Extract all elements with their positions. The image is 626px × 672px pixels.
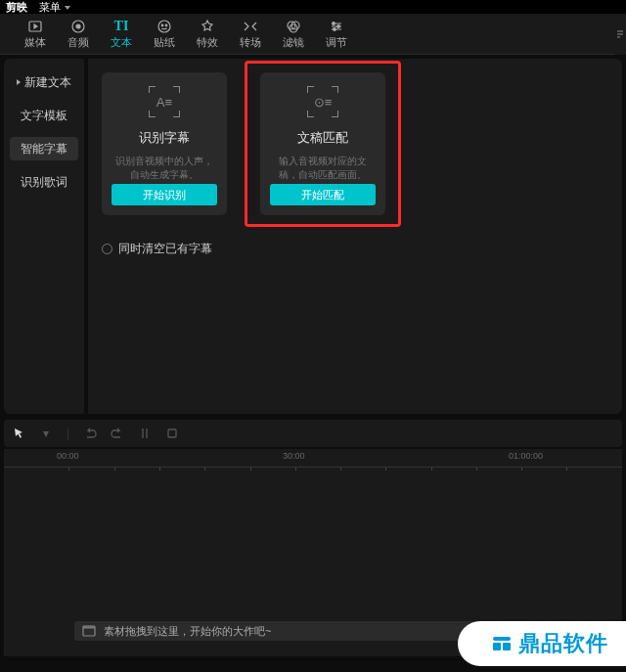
sidebar-item-text-template[interactable]: 文字模板 bbox=[10, 104, 78, 127]
clear-subtitle-option[interactable]: 同时清空已有字幕 bbox=[102, 241, 608, 257]
svg-point-2 bbox=[76, 24, 80, 28]
svg-point-10 bbox=[337, 24, 340, 27]
card-title: 文稿匹配 bbox=[297, 129, 348, 147]
radio-icon bbox=[102, 244, 112, 254]
icon-text: A≡ bbox=[156, 95, 172, 110]
nav-label: 文本 bbox=[111, 35, 132, 50]
sidebar-item-label: 新建文本 bbox=[24, 74, 71, 91]
nav-label: 音频 bbox=[67, 35, 89, 50]
svg-point-9 bbox=[333, 22, 335, 24]
track-hint-text: 素材拖拽到这里，开始你的大作吧~ bbox=[104, 624, 271, 639]
panel-collapse-icon[interactable] bbox=[614, 14, 626, 55]
content-area: 新建文本 文字模板 智能字幕 识别歌词 A≡ 识别字幕 识别音视频中的人声，自动… bbox=[4, 59, 622, 414]
timeline-ruler[interactable]: 00:00 30:00 01:00:00 bbox=[4, 449, 622, 467]
sidebar-item-label: 智能字幕 bbox=[21, 141, 67, 157]
card-highlight-frame: ⊙≡ 文稿匹配 输入音视频对应的文稿，自动匹配画面。 开始匹配 bbox=[245, 61, 401, 227]
svg-point-5 bbox=[165, 24, 167, 26]
effects-icon bbox=[199, 19, 216, 34]
start-recognize-button[interactable]: 开始识别 bbox=[112, 184, 217, 205]
scan-frame-icon: ⊙≡ bbox=[307, 86, 338, 117]
svg-point-11 bbox=[334, 27, 336, 30]
chevron-down-icon[interactable]: ▾ bbox=[39, 426, 53, 440]
card-title: 识别字幕 bbox=[139, 129, 190, 147]
ruler-tick: 01:00:00 bbox=[509, 451, 543, 461]
sidebar-item-label: 识别歌词 bbox=[21, 174, 67, 191]
ruler-tick: 30:00 bbox=[283, 451, 305, 461]
icon-text: ⊙≡ bbox=[314, 95, 333, 110]
watermark-logo-icon bbox=[493, 637, 511, 650]
redo-icon[interactable] bbox=[111, 426, 124, 440]
watermark-badge: 鼎品软件 bbox=[458, 621, 626, 666]
nav-label: 转场 bbox=[240, 35, 261, 50]
media-icon bbox=[82, 625, 96, 637]
nav-media[interactable]: 媒体 bbox=[14, 14, 57, 55]
nav-text[interactable]: TI 文本 bbox=[100, 14, 143, 55]
nav-label: 特效 bbox=[197, 35, 218, 50]
sidebar-item-label: 文字模板 bbox=[21, 108, 67, 124]
card-match-script: ⊙≡ 文稿匹配 输入音视频对应的文稿，自动匹配画面。 开始匹配 bbox=[260, 72, 385, 215]
split-icon[interactable] bbox=[138, 426, 152, 440]
text-icon: TI bbox=[112, 19, 130, 34]
cards-row: A≡ 识别字幕 识别音视频中的人声，自动生成字幕。 开始识别 ⊙≡ 文稿匹配 输… bbox=[102, 72, 608, 227]
card-recognize-subtitle: A≡ 识别字幕 识别音视频中的人声，自动生成字幕。 开始识别 bbox=[102, 72, 227, 215]
card-desc: 识别音视频中的人声，自动生成字幕。 bbox=[112, 155, 217, 184]
nav-audio[interactable]: 音频 bbox=[57, 14, 100, 55]
nav-label: 媒体 bbox=[24, 35, 46, 50]
ruler-minor-ticks bbox=[4, 467, 622, 472]
svg-point-4 bbox=[161, 24, 163, 26]
sidebar-item-smart-subtitle[interactable]: 智能字幕 bbox=[10, 137, 78, 160]
sidebar: 新建文本 文字模板 智能字幕 识别歌词 bbox=[4, 59, 84, 414]
ruler-tick: 00:00 bbox=[57, 451, 79, 461]
timeline-toolbar: ▾ | bbox=[4, 420, 622, 447]
scan-frame-icon: A≡ bbox=[149, 86, 180, 117]
adjust-icon bbox=[328, 19, 345, 34]
nav-label: 贴纸 bbox=[154, 35, 175, 50]
titlebar: 剪映 菜单 bbox=[0, 0, 626, 14]
filter-icon bbox=[285, 19, 302, 34]
nav-label: 调节 bbox=[326, 35, 347, 50]
svg-rect-12 bbox=[168, 429, 176, 437]
expand-icon bbox=[17, 79, 21, 85]
audio-icon bbox=[69, 19, 87, 34]
clear-subtitle-label: 同时清空已有字幕 bbox=[118, 241, 212, 257]
undo-icon[interactable] bbox=[83, 426, 97, 440]
delete-icon[interactable] bbox=[165, 426, 179, 440]
main-panel: A≡ 识别字幕 识别音视频中的人声，自动生成字幕。 开始识别 ⊙≡ 文稿匹配 输… bbox=[88, 59, 622, 414]
sticker-icon bbox=[156, 19, 173, 34]
card-desc: 输入音视频对应的文稿，自动匹配画面。 bbox=[270, 155, 376, 184]
sidebar-item-recognize-lyrics[interactable]: 识别歌词 bbox=[10, 170, 78, 194]
nav-adjust[interactable]: 调节 bbox=[315, 14, 358, 55]
nav-transition[interactable]: 转场 bbox=[229, 14, 272, 55]
transition-icon bbox=[242, 19, 259, 34]
media-icon bbox=[26, 19, 44, 34]
top-nav: 媒体 音频 TI 文本 贴纸 特效 转场 滤镜 bbox=[0, 14, 626, 55]
watermark-text: 鼎品软件 bbox=[518, 629, 608, 658]
start-match-button[interactable]: 开始匹配 bbox=[270, 184, 376, 205]
nav-filter[interactable]: 滤镜 bbox=[272, 14, 315, 55]
chevron-down-icon bbox=[65, 6, 70, 10]
sidebar-item-new-text[interactable]: 新建文本 bbox=[10, 70, 78, 94]
cursor-tool-icon[interactable] bbox=[12, 426, 25, 440]
nav-sticker[interactable]: 贴纸 bbox=[143, 14, 186, 55]
nav-effects[interactable]: 特效 bbox=[186, 14, 229, 55]
svg-point-3 bbox=[158, 21, 170, 32]
nav-label: 滤镜 bbox=[283, 35, 304, 50]
